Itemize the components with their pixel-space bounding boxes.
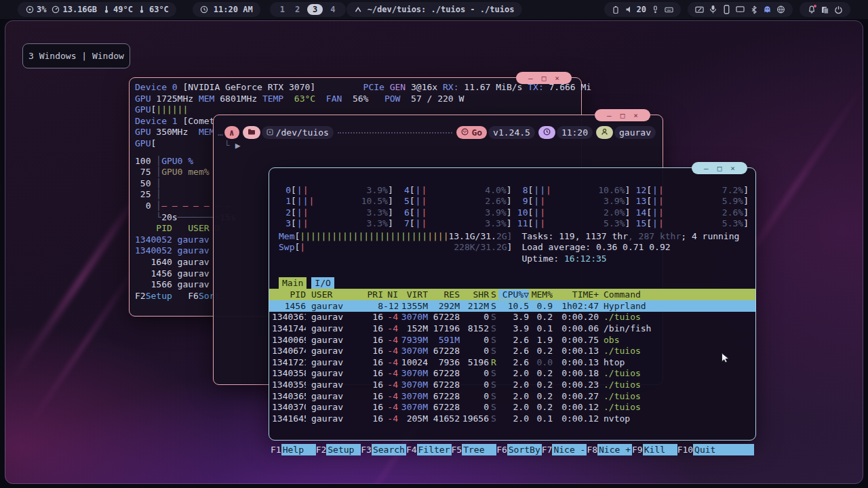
process-row[interactable]: 1340361gaurav16-43070M672280S3.90.20:00.… [269, 312, 755, 323]
column-header[interactable]: CPU%▽ [498, 289, 529, 300]
workspace-2[interactable]: 2 [292, 5, 302, 14]
process-row[interactable]: 1340358gaurav16-43070M672280S2.00.20:00.… [269, 368, 755, 380]
fn-action-tree[interactable]: Tree [462, 444, 496, 455]
text-segment: [ [151, 138, 156, 148]
process-row[interactable]: 1456gaurav8-121355M292M212MS10.50.91h02:… [269, 300, 755, 312]
minimize-button[interactable]: – [704, 165, 709, 172]
text-segment: │ [156, 189, 161, 199]
process-row[interactable]: 1341721gaurav16-41002479365196R2.60.00:0… [269, 357, 755, 368]
text-segment: ] [507, 196, 512, 207]
monitor-icon[interactable] [736, 5, 745, 14]
workspace-3[interactable]: 3 [307, 4, 323, 15]
workspace-1[interactable]: 1 [277, 5, 288, 14]
fn-action-nice-[interactable]: Nice - [552, 444, 587, 455]
maximize-button[interactable]: □ [620, 112, 625, 119]
process-row[interactable]: 1340359gaurav16-43070M672280S2.00.20:00.… [269, 379, 755, 390]
fn-action-filter[interactable]: Filter [417, 444, 452, 455]
process-cell: 0.0 [529, 357, 553, 367]
process-row[interactable]: 1340674gaurav16-43070M672280S2.60.20:00.… [269, 345, 755, 357]
tab-main[interactable]: Main [279, 277, 307, 289]
process-row[interactable]: 1341645gaurav16-4205M4165219656S2.00.10:… [269, 413, 755, 424]
process-row[interactable]: 1340370gaurav16-43070M672280S2.00.20:00.… [269, 401, 755, 413]
process-cell: 3070M [398, 380, 428, 390]
fn-action-kill[interactable]: Kill [643, 444, 677, 455]
column-header[interactable]: Command [599, 289, 755, 300]
process-cell: ./tuios [599, 402, 755, 412]
process-cell: gaurav [306, 380, 359, 390]
fn-action-quit[interactable]: Quit [693, 444, 754, 455]
go-label: Go [471, 127, 482, 138]
process-cell: 67228 [428, 346, 460, 356]
text-segment: |||| [427, 231, 448, 241]
minimize-button[interactable]: – [607, 112, 612, 119]
fn-action-search[interactable]: Search [372, 444, 406, 455]
notification-bell-icon[interactable] [807, 5, 816, 14]
text-segment: 4 running [692, 231, 739, 241]
process-cell: 10.5 [498, 301, 529, 311]
power-icon[interactable] [834, 5, 843, 14]
text-segment: 2.6% [722, 207, 743, 218]
text-segment: 20s [161, 212, 177, 222]
text-segment: 9 [516, 196, 528, 207]
caret-icon [354, 5, 363, 14]
phone-icon[interactable] [722, 5, 731, 14]
privacy-badge-icon[interactable] [763, 5, 772, 14]
process-cell: 16 [359, 380, 383, 390]
maximize-button[interactable]: □ [717, 165, 722, 172]
column-header[interactable]: PID [269, 289, 306, 300]
temp-value-1: 49°C [113, 5, 133, 14]
bluetooth-icon[interactable] [749, 5, 758, 14]
column-header[interactable]: MEM% [529, 289, 553, 300]
text-segment: ] [388, 196, 393, 207]
column-header[interactable]: VIRT [398, 289, 428, 300]
screenshot-icon[interactable] [695, 5, 704, 14]
microphone-icon[interactable] [709, 5, 717, 14]
text-segment: , [575, 231, 586, 241]
text-segment: thr [607, 231, 628, 241]
column-header[interactable]: S [489, 289, 498, 300]
text-segment: ] [507, 207, 512, 218]
process-row[interactable]: 1341744gaurav16-4152M171968152S3.90.10:0… [269, 323, 755, 334]
process-cell: 0 [460, 380, 489, 390]
column-header[interactable]: RES [428, 289, 460, 300]
fn-action-help[interactable]: Help [281, 444, 316, 455]
process-cell: 67228 [428, 312, 460, 322]
tab-io[interactable]: I/O [311, 277, 334, 289]
prompt-input-line[interactable]: └ ▶ [224, 140, 663, 150]
text-segment: 63°C [294, 94, 326, 104]
clipboard-icon[interactable] [821, 5, 829, 14]
fn-action-nice-[interactable]: Nice + [597, 444, 632, 455]
fn-action-sortby[interactable]: SortBy [507, 444, 542, 455]
text-segment: ; [681, 231, 692, 241]
cpu-meter: 14[||2.6%] [634, 207, 749, 218]
cpu-usage-value: 3% [37, 5, 46, 14]
column-header[interactable]: NI [383, 289, 398, 300]
column-header[interactable]: USER [306, 289, 359, 300]
user-icon [601, 127, 608, 138]
text-segment: Setup [146, 291, 172, 301]
maximize-button[interactable]: □ [542, 75, 547, 82]
close-button[interactable]: × [555, 75, 559, 82]
mic-level-icon[interactable] [651, 5, 660, 14]
text-segment: [ [646, 196, 652, 207]
process-row[interactable]: 1340365gaurav16-43070M672280S2.00.20:00.… [269, 390, 755, 402]
process-cell: 41652 [428, 413, 460, 424]
workspace-4[interactable]: 4 [328, 5, 338, 14]
volume-control[interactable]: 20 [625, 5, 646, 14]
minimize-button[interactable]: – [528, 75, 533, 82]
column-header[interactable]: SHR [460, 289, 489, 300]
process-cell: 16 [359, 335, 383, 345]
process-cell: 3.9 [498, 323, 529, 333]
network-icon[interactable] [776, 5, 785, 14]
column-header[interactable]: TIME+ [553, 289, 599, 300]
text-segment: [ [646, 185, 652, 196]
fn-action-setup[interactable]: Setup [326, 444, 361, 455]
text-segment: || [652, 185, 665, 196]
keyboard-icon[interactable] [665, 5, 673, 14]
process-row[interactable]: 1340069gaurav16-47939M591M0S2.61.90:00.7… [269, 334, 755, 346]
column-header[interactable]: PRI [359, 289, 383, 300]
close-button[interactable]: × [633, 112, 638, 119]
close-button[interactable]: × [730, 165, 735, 172]
text-segment: 1456 gaurav [135, 268, 210, 279]
process-table-header[interactable]: PIDUSERPRINIVIRTRESSHRSCPU%▽MEM%TIME+Com… [269, 289, 755, 300]
